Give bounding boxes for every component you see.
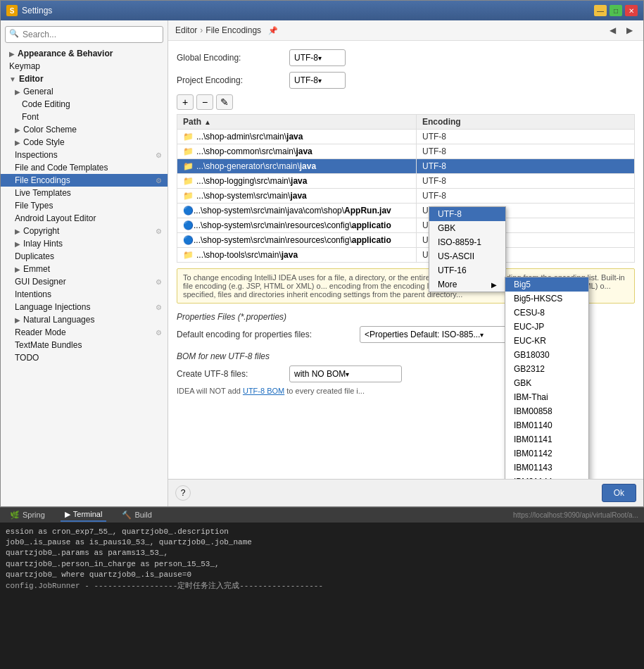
terminal-url-text: https://localhost:9090/api/virtualRoot/a… xyxy=(513,511,638,519)
build-tab-icon: 🔨 xyxy=(122,511,132,520)
sidebar-item-gui-designer[interactable]: GUI Designer⚙ xyxy=(1,275,168,288)
submenu-item-euc-kr[interactable]: EUC-KR xyxy=(505,334,588,348)
submenu-item-big5-hkscs[interactable]: Big5-HKSCS xyxy=(505,292,588,306)
app-icon: S xyxy=(6,5,18,16)
dropdown-item-utf-16[interactable]: UTF-16 xyxy=(429,263,505,277)
submenu-item-ibm01143[interactable]: IBM01143 xyxy=(505,461,588,475)
table-row[interactable]: 📁...\shop-logging\src\main\javaUTF-8 xyxy=(177,174,635,189)
sidebar-item-font[interactable]: Font xyxy=(1,111,168,123)
submenu-item-gb2312[interactable]: GB2312 xyxy=(505,362,588,376)
submenu-item-ibm01141[interactable]: IBM01141 xyxy=(505,432,588,446)
submenu-item-big5[interactable]: Big5 xyxy=(505,277,588,292)
folder-icon: 📁 xyxy=(183,146,194,156)
sidebar: ▶Appearance & BehaviorKeymap▼Editor▶Gene… xyxy=(1,20,168,506)
table-row[interactable]: 🔵...\shop-system\src\main\resources\conf… xyxy=(177,218,635,233)
minimize-button[interactable]: — xyxy=(594,5,607,16)
ok-button[interactable]: Ok xyxy=(602,484,636,502)
help-button[interactable]: ? xyxy=(175,485,191,501)
submenu-item-gbk[interactable]: GBK xyxy=(505,376,588,390)
search-wrap xyxy=(5,26,163,43)
bom-dropdown[interactable]: with NO BOM xyxy=(289,365,402,382)
table-row[interactable]: 📁...\shop-generator\src\main\javaUTF-8 xyxy=(177,159,635,174)
bom-note-suffix: to every created file i... xyxy=(286,387,365,395)
sidebar-item-emmet[interactable]: ▶Emmet xyxy=(1,263,168,275)
sidebar-item-code-editing[interactable]: Code Editing xyxy=(1,98,168,111)
edit-button[interactable]: ✎ xyxy=(216,94,233,110)
sidebar-item-appearance--behavior[interactable]: ▶Appearance & Behavior xyxy=(1,47,168,60)
terminal-tab-build[interactable]: 🔨Build xyxy=(118,509,156,521)
breadcrumb-editor: Editor xyxy=(175,25,197,35)
folder-icon: 📁 xyxy=(183,176,194,186)
bom-note-text: IDEA will NOT add xyxy=(177,387,243,395)
sidebar-item-duplicates[interactable]: Duplicates xyxy=(1,250,168,263)
bom-link[interactable]: UTF-8 BOM xyxy=(243,387,284,395)
add-button[interactable]: + xyxy=(177,94,194,110)
close-button[interactable]: ✕ xyxy=(625,5,638,16)
table-row[interactable]: 📁...\shop-system\src\main\javaUTF-8 xyxy=(177,189,635,204)
sidebar-item-todo[interactable]: TODO xyxy=(1,351,168,364)
settings-icon: ⚙ xyxy=(156,329,162,337)
sidebar-item-language-injections[interactable]: Language Injections⚙ xyxy=(1,301,168,313)
nav-forward-button[interactable]: ▶ xyxy=(622,23,636,37)
bom-label: Create UTF-8 files: xyxy=(177,369,289,379)
encoding-column-header: Encoding xyxy=(417,115,635,130)
encoding-toolbar: + − ✎ xyxy=(177,94,635,110)
table-row[interactable]: 📁...\shop-tools\src\main\javaUTF-8 xyxy=(177,248,635,263)
sidebar-item-textmate-bundles[interactable]: TextMate Bundles xyxy=(1,339,168,351)
sidebar-item-natural-languages[interactable]: ▶Natural Languages xyxy=(1,313,168,326)
terminal-line: job0_.is_pause as is_paus10_53_, quartzj… xyxy=(6,537,638,548)
terminal-tab-spring[interactable]: 🌿Spring xyxy=(6,509,49,521)
sidebar-item-intentions[interactable]: Intentions xyxy=(1,288,168,301)
folder-icon: 📁 xyxy=(183,161,194,171)
dropdown-item-us-ascii[interactable]: US-ASCII xyxy=(429,249,505,263)
global-encoding-label: Global Encoding: xyxy=(177,53,289,63)
terminal-output: ession as cron_exp7_55_, quartzjob0_.des… xyxy=(0,523,644,669)
maximize-button[interactable]: □ xyxy=(610,5,622,16)
terminal-tab-terminal[interactable]: ▶Terminal xyxy=(61,508,107,522)
sidebar-item-copyright[interactable]: ▶Copyright⚙ xyxy=(1,225,168,237)
table-row[interactable]: 🔵...\shop-system\src\main\resources\conf… xyxy=(177,233,635,248)
submenu-item-ibm01140[interactable]: IBM01140 xyxy=(505,418,588,432)
path-column-header: Path ▲ xyxy=(177,115,417,130)
remove-button[interactable]: − xyxy=(196,94,213,110)
project-encoding-dropdown[interactable]: UTF-8 xyxy=(289,72,346,89)
submenu-item-ibm00858[interactable]: IBM00858 xyxy=(505,404,588,418)
search-input[interactable] xyxy=(5,26,163,43)
sidebar-item-inspections[interactable]: Inspections⚙ xyxy=(1,149,168,161)
submenu-item-cesu-8[interactable]: CESU-8 xyxy=(505,306,588,320)
table-row[interactable]: 📁...\shop-common\src\main\javaUTF-8 xyxy=(177,144,635,159)
table-row[interactable]: 📁...\shop-admin\src\main\javaUTF-8 xyxy=(177,130,635,144)
sidebar-item-general[interactable]: ▶General xyxy=(1,85,168,98)
settings-icon: ⚙ xyxy=(156,304,162,311)
sidebar-item-code-style[interactable]: ▶Code Style xyxy=(1,136,168,149)
main-panel: Editor › File Encodings 📌 ◀ ▶ Global Enc… xyxy=(168,20,643,506)
sidebar-item-file-types[interactable]: File Types xyxy=(1,199,168,212)
sidebar-item-reader-mode[interactable]: Reader Mode⚙ xyxy=(1,326,168,339)
sidebar-item-color-scheme[interactable]: ▶Color Scheme xyxy=(1,123,168,136)
terminal-line: quartzjob0_.person_in_charge as person_1… xyxy=(6,559,638,570)
sidebar-item-editor[interactable]: ▼Editor xyxy=(1,73,168,85)
submenu-item-ibm-thai[interactable]: IBM-Thai xyxy=(505,390,588,404)
dropdown-item-gbk[interactable]: GBK xyxy=(429,221,505,235)
sidebar-item-live-templates[interactable]: Live Templates xyxy=(1,187,168,199)
file-icon: 🔵 xyxy=(183,206,194,215)
submenu-item-ibm01142[interactable]: IBM01142 xyxy=(505,446,588,461)
dropdown-item-utf-8[interactable]: UTF-8 xyxy=(429,207,505,221)
submenu-item-euc-jp[interactable]: EUC-JP xyxy=(505,320,588,334)
submenu-item-gb18030[interactable]: GB18030 xyxy=(505,348,588,362)
dropdown-item-iso-8859-1[interactable]: ISO-8859-1 xyxy=(429,235,505,249)
terminal-line: quartzjob0_ where quartzjob0_.is_pause=0 xyxy=(6,570,638,580)
breadcrumb: Editor › File Encodings 📌 ◀ ▶ xyxy=(168,20,643,41)
dropdown-item-more[interactable]: More▶ xyxy=(429,277,505,292)
sidebar-item-android-layout-editor[interactable]: Android Layout Editor xyxy=(1,212,168,225)
breadcrumb-separator: › xyxy=(200,25,203,35)
global-encoding-dropdown[interactable]: UTF-8 xyxy=(289,49,346,66)
sidebar-item-inlay-hints[interactable]: ▶Inlay Hints xyxy=(1,237,168,250)
submenu-item-ibm01144[interactable]: IBM01144 xyxy=(505,475,588,479)
sidebar-item-keymap[interactable]: Keymap xyxy=(1,60,168,73)
table-row[interactable]: 🔵...\shop-system\src\main\java\com\shop\… xyxy=(177,204,635,218)
sidebar-item-file-and-code-templates[interactable]: File and Code Templates xyxy=(1,161,168,174)
sidebar-item-file-encodings[interactable]: File Encodings⚙ xyxy=(1,174,168,187)
properties-encoding-dropdown[interactable]: <Properties Default: ISO-885... xyxy=(360,326,514,343)
nav-back-button[interactable]: ◀ xyxy=(605,23,619,37)
